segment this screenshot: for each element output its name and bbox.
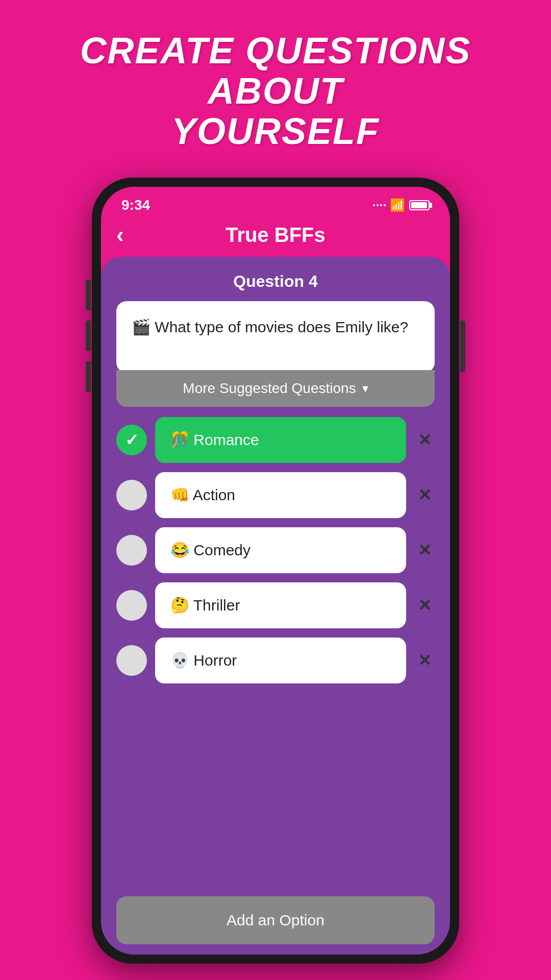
side-button-vol-down — [86, 361, 91, 392]
options-area: ✓ 🎊 Romance ✕ 👊 Action ✕ — [116, 417, 435, 891]
status-bar: 9:34 📶 — [101, 187, 450, 218]
chevron-down-icon: ▾ — [362, 381, 368, 396]
option-text-romance: 🎊 Romance — [170, 431, 259, 449]
option-text-horror: 💀 Horror — [170, 651, 237, 669]
option-row-thriller: 🤔 Thriller ✕ — [116, 582, 435, 628]
side-button-vol-up — [86, 321, 91, 351]
option-card-thriller[interactable]: 🤔 Thriller — [155, 582, 406, 628]
option-text-thriller: 🤔 Thriller — [170, 596, 240, 614]
nav-bar: ‹ True BFFs — [101, 218, 450, 257]
signal-icon — [373, 204, 386, 206]
option-row-comedy: 😂 Comedy ✕ — [116, 527, 435, 573]
option-delete-romance[interactable]: ✕ — [414, 430, 435, 450]
option-row-horror: 💀 Horror ✕ — [116, 638, 435, 683]
suggested-questions-button[interactable]: More Suggested Questions ▾ — [116, 370, 435, 407]
battery-icon — [409, 200, 430, 210]
option-radio-action[interactable] — [116, 480, 147, 510]
page-title: CREATE QUESTIONS ABOUT YOURSELF — [46, 31, 505, 152]
question-box[interactable]: 🎬 What type of movies does Emily like? — [116, 301, 435, 373]
option-text-action: 👊 Action — [170, 486, 235, 504]
side-button-silent — [86, 280, 91, 310]
option-radio-romance[interactable]: ✓ — [116, 425, 147, 455]
phone-screen: 9:34 📶 ‹ True BFFs Question 4 — [101, 187, 450, 954]
option-radio-thriller[interactable] — [116, 590, 147, 621]
option-row-action: 👊 Action ✕ — [116, 472, 435, 518]
checkmark-icon: ✓ — [125, 430, 139, 450]
option-card-comedy[interactable]: 😂 Comedy — [155, 527, 406, 573]
phone-frame: 9:34 📶 ‹ True BFFs Question 4 — [92, 178, 459, 964]
option-row-romance: ✓ 🎊 Romance ✕ — [116, 417, 435, 463]
option-delete-comedy[interactable]: ✕ — [414, 541, 435, 560]
main-content: Question 4 🎬 What type of movies does Em… — [101, 257, 450, 954]
nav-title: True BFFs — [226, 224, 325, 247]
status-icons: 📶 — [373, 198, 430, 212]
option-radio-horror[interactable] — [116, 645, 147, 676]
option-card-horror[interactable]: 💀 Horror — [155, 638, 406, 683]
option-card-romance[interactable]: 🎊 Romance — [155, 417, 406, 463]
option-delete-action[interactable]: ✕ — [414, 485, 435, 505]
option-delete-thriller[interactable]: ✕ — [414, 596, 435, 615]
suggested-questions-label: More Suggested Questions — [183, 380, 356, 397]
side-button-power — [460, 321, 465, 372]
option-card-action[interactable]: 👊 Action — [155, 472, 406, 518]
wifi-icon: 📶 — [390, 198, 405, 212]
option-radio-comedy[interactable] — [116, 535, 147, 566]
option-text-comedy: 😂 Comedy — [170, 541, 251, 559]
question-label: Question 4 — [116, 272, 435, 291]
add-option-button[interactable]: Add an Option — [116, 896, 435, 944]
back-button[interactable]: ‹ — [116, 224, 124, 246]
option-delete-horror[interactable]: ✕ — [414, 651, 435, 670]
status-time: 9:34 — [121, 197, 150, 213]
